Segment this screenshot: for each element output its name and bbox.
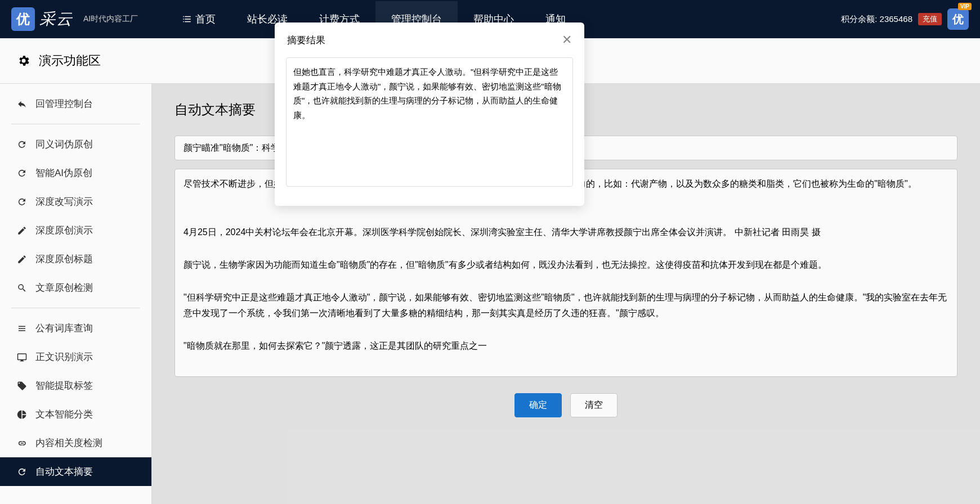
close-icon[interactable]: ✕	[562, 33, 572, 47]
summary-modal: 摘要结果 ✕	[275, 22, 584, 206]
modal-title: 摘要结果	[287, 34, 325, 47]
summary-textarea[interactable]	[286, 57, 573, 187]
